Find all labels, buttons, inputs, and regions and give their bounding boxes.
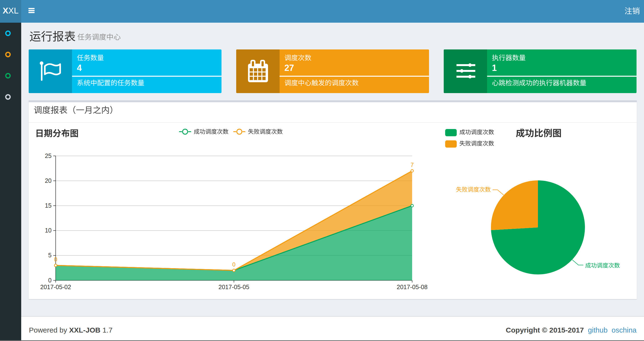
svg-text:0: 0: [54, 256, 57, 263]
svg-text:10: 10: [45, 227, 52, 234]
svg-text:7: 7: [410, 162, 414, 168]
svg-text:2017-05-05: 2017-05-05: [218, 284, 250, 290]
svg-text:2017-05-08: 2017-05-08: [397, 284, 428, 290]
svg-text:0: 0: [232, 261, 236, 268]
svg-text:5: 5: [48, 252, 52, 258]
svg-text:0: 0: [48, 277, 52, 284]
svg-text:2017-05-02: 2017-05-02: [40, 284, 71, 290]
svg-text:20: 20: [45, 177, 52, 184]
svg-text:25: 25: [45, 152, 52, 159]
svg-text:15: 15: [45, 202, 52, 209]
